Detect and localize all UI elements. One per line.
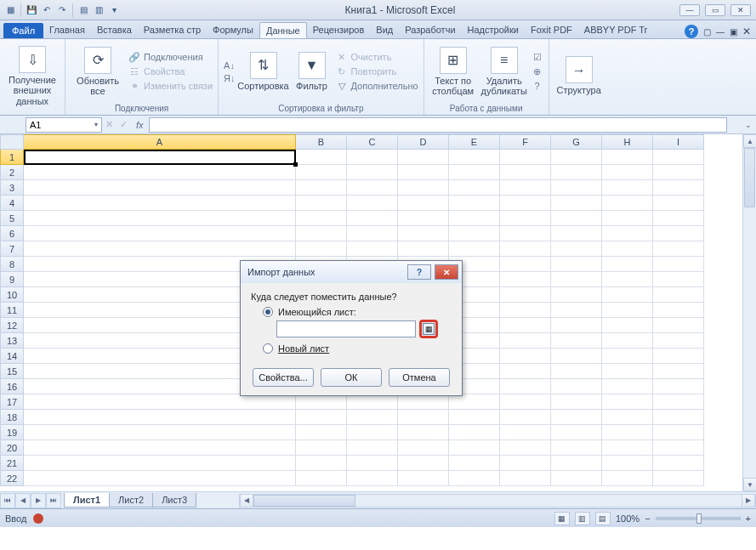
cell[interactable] (653, 257, 704, 272)
cell[interactable] (347, 425, 398, 440)
cell[interactable] (602, 272, 653, 287)
cell[interactable] (347, 456, 398, 471)
cell[interactable] (551, 257, 602, 272)
cell[interactable] (296, 471, 347, 486)
cell[interactable] (551, 471, 602, 486)
cell[interactable] (602, 180, 653, 196)
advanced-filter-button[interactable]: ▽Дополнительно (336, 79, 418, 93)
cell[interactable] (347, 226, 398, 241)
tab-рецензиров[interactable]: Рецензиров (307, 22, 371, 38)
row-header[interactable]: 9 (0, 272, 24, 287)
connections-button[interactable]: 🔗Подключения (128, 50, 213, 64)
cell[interactable] (602, 456, 653, 471)
cell[interactable] (449, 211, 500, 226)
cell[interactable] (602, 349, 653, 364)
cell[interactable] (500, 318, 551, 333)
cell[interactable] (296, 440, 347, 456)
outline-button[interactable]: → Структура (554, 54, 604, 97)
text-to-columns-button[interactable]: ⊞ Текст по столбцам (429, 45, 477, 98)
row-header[interactable]: 15 (0, 364, 24, 379)
cell[interactable] (602, 165, 653, 180)
tab-данные[interactable]: Данные (259, 22, 307, 38)
cell[interactable] (500, 440, 551, 456)
row-header[interactable]: 21 (0, 456, 24, 471)
cell[interactable] (449, 410, 500, 425)
sheet-tab[interactable]: Лист2 (109, 493, 153, 507)
name-box[interactable]: A1 ▾ (26, 117, 102, 133)
cell[interactable] (653, 303, 704, 318)
mdi-minimize-button[interactable]: — (679, 4, 700, 16)
mdi-close-button[interactable]: ✕ (730, 4, 751, 16)
cell[interactable] (296, 425, 347, 440)
cell[interactable] (653, 471, 704, 486)
cell[interactable] (551, 349, 602, 364)
row-header[interactable]: 2 (0, 165, 24, 180)
cancel-button[interactable]: Отмена (389, 368, 450, 387)
cell[interactable] (602, 211, 653, 226)
cell[interactable] (551, 165, 602, 180)
cell[interactable] (500, 379, 551, 394)
row-header[interactable]: 13 (0, 333, 24, 349)
cell[interactable] (602, 425, 653, 440)
cell[interactable] (500, 303, 551, 318)
cell[interactable] (398, 440, 449, 456)
sort-asc-button[interactable]: А↓ (224, 60, 235, 71)
enter-formula-icon[interactable]: ✓ (120, 119, 128, 130)
cell[interactable] (653, 241, 704, 257)
cell[interactable] (347, 241, 398, 257)
cell[interactable] (500, 272, 551, 287)
cell[interactable] (653, 394, 704, 410)
tab-вид[interactable]: Вид (370, 22, 399, 38)
cell[interactable] (347, 150, 398, 165)
column-header[interactable]: C (347, 134, 398, 150)
cell[interactable] (551, 364, 602, 379)
whatif-button[interactable]: ? (531, 79, 543, 93)
edit-links-button[interactable]: ⚭Изменить связи (128, 79, 213, 93)
cell[interactable] (602, 196, 653, 211)
cell[interactable] (24, 425, 296, 440)
sheet-last-icon[interactable]: ⏭ (46, 493, 61, 508)
cell[interactable] (449, 226, 500, 241)
cell[interactable] (24, 410, 296, 425)
scroll-up-icon[interactable]: ▲ (743, 134, 756, 148)
cell[interactable] (551, 196, 602, 211)
zoom-slider[interactable] (656, 517, 741, 520)
scroll-right-icon[interactable]: ▶ (742, 494, 755, 507)
cell[interactable] (398, 226, 449, 241)
dialog-help-button[interactable]: ? (407, 264, 431, 280)
cancel-formula-icon[interactable]: ✕ (105, 119, 113, 130)
tab-file[interactable]: Файл (3, 23, 43, 38)
column-header[interactable]: B (296, 134, 347, 150)
cell[interactable] (500, 211, 551, 226)
active-cell[interactable] (24, 150, 296, 165)
radio-existing-sheet[interactable]: Имеющийся лист: (263, 307, 452, 317)
cell[interactable] (449, 165, 500, 180)
cell[interactable] (500, 471, 551, 486)
cell[interactable] (24, 440, 296, 456)
cell[interactable] (551, 456, 602, 471)
row-header[interactable]: 18 (0, 410, 24, 425)
help-icon[interactable]: ? (685, 25, 698, 38)
mdi-restore-button[interactable]: ▭ (705, 4, 725, 16)
cell[interactable] (653, 272, 704, 287)
cell[interactable] (602, 333, 653, 349)
cell[interactable] (449, 440, 500, 456)
column-header[interactable]: I (653, 134, 704, 150)
cell[interactable] (398, 150, 449, 165)
cell[interactable] (296, 456, 347, 471)
cell[interactable] (398, 425, 449, 440)
cell[interactable] (500, 410, 551, 425)
cell[interactable] (296, 394, 347, 410)
get-external-data-button[interactable]: ⇩ Получение внешних данных (5, 44, 60, 107)
row-header[interactable]: 7 (0, 241, 24, 257)
sort-desc-button[interactable]: Я↓ (224, 72, 235, 84)
dialog-title-bar[interactable]: Импорт данных ? ✕ (241, 261, 462, 283)
cell[interactable] (500, 456, 551, 471)
column-header[interactable]: F (500, 134, 551, 150)
cell[interactable] (347, 440, 398, 456)
cell[interactable] (24, 394, 296, 410)
cell[interactable] (347, 196, 398, 211)
cell[interactable] (551, 410, 602, 425)
sheet-first-icon[interactable]: ⏮ (0, 493, 15, 508)
cell[interactable] (398, 394, 449, 410)
